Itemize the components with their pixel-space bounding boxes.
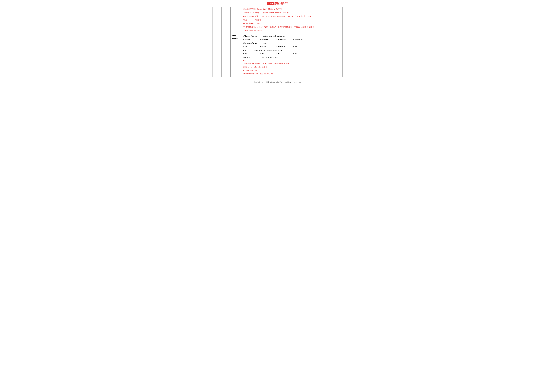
logo-name: 免费学习资源下载 [274,2,288,4]
q1-optD: D. thousand of [293,38,307,41]
question-1: 1. There are about two _______ students … [243,35,341,37]
q3-optB: B. him [260,52,273,55]
answer-6: 6.lay 是及物动词"放置，产(卵)"，词形变化为 laying—laid—l… [243,15,341,18]
q3-options: A. she B. him C. my D. me [243,52,341,55]
main-table: 4.B 本题主要考察介词 across 横向跨越和 through 纵向穿越 5… [212,7,343,77]
answers-row: 4.B 本题主要考察介词 across 横向跨越和 through 纵向穿越 5… [212,7,343,34]
q2-optD: D. went [293,45,307,48]
col-content-answers: 4.B 本题主要考察介词 across 横向跨越和 through 纵向穿越 5… [242,7,343,34]
answer-5: 5.A thousand 没有复数形式，如 two thousand thous… [243,11,341,14]
answer-4: 4.B 本题主要考察介词 across 横向跨越和 through 纵向穿越 [243,8,341,11]
q1-optA: A. thousand [243,38,256,41]
q3-optA: A. she [243,52,256,55]
col-empty1b [212,34,221,77]
q3-optD: D. me [293,52,307,55]
jiexi-3: 3.in one's opinion,选 c [243,69,341,72]
logo-icon: 学习网 [267,2,274,5]
col-empty1 [212,7,221,34]
logo-right: 免费学习资源下载 www.cc518.com [274,2,288,5]
easy-mistakes-row: 易错点+ 例题分析 1. There are about two _______… [212,34,343,77]
q2-optA: A. to go [243,45,256,48]
q3-optC: C. my [277,52,290,55]
answer-10: 10.考查过去完成时。故选 A [243,29,341,32]
logo-url: www.cc518.com [274,4,288,5]
col-empty2 [221,7,230,34]
jiexi-1: 1.A thousand 没有复数形式， 如 two thousand thou… [243,62,341,65]
q2-optC: C. to going to [277,45,290,48]
col-label-top [230,7,242,34]
question-2: 2. I'm looking forward _______school. [243,42,341,44]
answer-9: 9.考查现在完成时。以 since 引导的时间状语从句，主句使用现在完成时，从句… [243,26,341,28]
example-analysis-label: 例题分析 [232,37,241,39]
q1-optB: B. thousands [260,38,273,41]
footer: 更多小学、初中、高中全学年全科学习资料，详询微信：13353111130 [212,81,343,83]
logo-area: 学习网 免费学习资源下载 www.cc518.com [212,1,343,7]
questions-content: 1. There are about two _______ students … [242,34,343,77]
answer-7: 7.根据 not.....until 句型选择 A [243,19,341,21]
jiexi-title: 解析： [243,60,341,62]
easy-mistakes-label: 易错点+ [232,35,241,37]
answer-8: 8.考查过去将来时，故选 C [243,22,341,25]
q1-optC: C. thousands of [277,38,290,41]
jiexi-2: 2.词组 look forward to doing sth 选 C [243,66,341,68]
q2-options: A. to go B. to went C. to going to D. we… [243,45,341,48]
question-4: 4.So far, they _____________ there for t… [243,56,341,59]
col-empty2b [221,34,230,77]
section-label-cell: 易错点+ 例题分析 [230,34,242,77]
question-3: 3. In _________opinion, we'd better fini… [243,49,341,52]
q2-optB: B. to went [260,45,273,48]
jiexi-4: 4.have worked,考查 for+时间段用现在完成时 [243,73,341,75]
q1-options: A. thousand B. thousands C. thousands of… [243,38,341,41]
page-wrapper: 学习网 免费学习资源下载 www.cc518.com 4.B 本题主要考察介词 … [210,0,345,88]
